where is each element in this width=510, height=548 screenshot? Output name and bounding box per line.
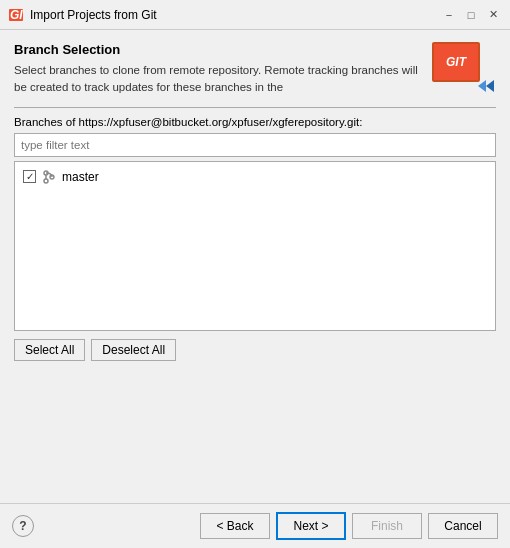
git-logo-box: GIT [432, 42, 480, 82]
help-button[interactable]: ? [12, 515, 34, 537]
git-logo-text: GIT [446, 55, 466, 69]
git-logo-arrows [478, 80, 496, 92]
branch-name: master [62, 170, 99, 184]
select-all-button[interactable]: Select All [14, 339, 85, 361]
branches-label: Branches of https://xpfuser@bitbucket.or… [14, 116, 496, 128]
header-text: Branch Selection Select branches to clon… [14, 42, 422, 97]
list-item[interactable]: master [15, 166, 495, 188]
deselect-all-button[interactable]: Deselect All [91, 339, 176, 361]
bottom-bar: ? < Back Next > Finish Cancel [0, 503, 510, 548]
section-title: Branch Selection [14, 42, 422, 57]
svg-point-5 [44, 179, 48, 183]
close-button[interactable]: ✕ [484, 6, 502, 24]
maximize-button[interactable]: □ [462, 6, 480, 24]
git-logo: GIT [432, 42, 496, 92]
cancel-button[interactable]: Cancel [428, 513, 498, 539]
window-title: Import Projects from Git [30, 8, 440, 22]
title-bar: GIT Import Projects from Git − □ ✕ [0, 0, 510, 30]
next-button[interactable]: Next > [276, 512, 346, 540]
branch-checkbox[interactable] [23, 170, 36, 183]
app-icon: GIT [8, 7, 24, 23]
window-controls: − □ ✕ [440, 6, 502, 24]
separator [14, 107, 496, 108]
branches-list: master [14, 161, 496, 331]
finish-button[interactable]: Finish [352, 513, 422, 539]
back-button[interactable]: < Back [200, 513, 270, 539]
svg-text:GIT: GIT [10, 8, 24, 22]
svg-marker-2 [478, 80, 486, 92]
header-section: Branch Selection Select branches to clon… [14, 42, 496, 97]
filter-input[interactable] [14, 133, 496, 157]
dialog-content: Branch Selection Select branches to clon… [0, 30, 510, 503]
branch-icon [41, 169, 57, 185]
svg-marker-3 [486, 80, 494, 92]
minimize-button[interactable]: − [440, 6, 458, 24]
select-buttons: Select All Deselect All [14, 331, 496, 369]
spacer [14, 369, 496, 504]
section-description: Select branches to clone from remote rep… [14, 62, 422, 97]
